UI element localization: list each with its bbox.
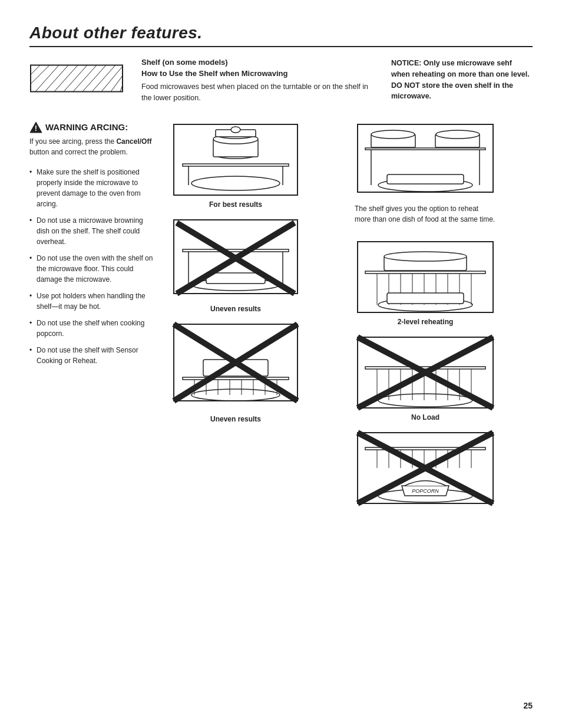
svg-point-56 — [436, 130, 480, 139]
no-load-label: No Load — [411, 413, 439, 421]
svg-text:POPCORN: POPCORN — [412, 488, 439, 494]
svg-rect-18 — [183, 164, 289, 166]
warning-triangle-icon: ! — [29, 121, 42, 133]
two-dishes-svg — [355, 121, 496, 195]
warning-body: If you see arcing, press the Cancel/Off … — [29, 136, 153, 157]
bullet-2: Do not use a microwave browning dish on … — [29, 215, 153, 247]
best-results-svg — [171, 121, 300, 198]
how-to-text: Food microwaves best when placed on the … — [141, 81, 373, 104]
two-dishes-diagram — [355, 121, 496, 195]
uneven-results-2-diagram: Uneven results — [171, 321, 300, 423]
svg-rect-36 — [183, 377, 289, 380]
svg-line-2 — [31, 65, 40, 75]
svg-rect-75 — [365, 367, 485, 369]
uneven-1-svg — [171, 217, 300, 302]
bullet-6: Do not use the shelf with Sensor Cooking… — [29, 345, 153, 366]
two-level-svg — [355, 239, 496, 315]
svg-line-10 — [92, 65, 115, 92]
svg-line-9 — [82, 65, 106, 92]
svg-rect-60 — [365, 271, 485, 274]
top-right-notice: NOTICE: Only use microwave sehf when reh… — [391, 58, 533, 102]
uneven-2-svg — [171, 321, 300, 413]
svg-rect-50 — [365, 148, 485, 150]
shelf-title: Shelf (on some models) — [141, 58, 373, 67]
svg-point-17 — [191, 176, 280, 190]
bullet-list: Make sure the shelf is positioned proper… — [29, 167, 153, 366]
middle-column: For best results — [159, 121, 312, 423]
bullet-5: Do not use the shelf when cooking popcor… — [29, 318, 153, 339]
svg-line-5 — [45, 65, 68, 92]
page: About other features. — [0, 0, 562, 728]
svg-point-54 — [371, 130, 415, 139]
svg-point-71 — [384, 252, 467, 261]
svg-rect-32 — [206, 273, 265, 284]
page-number: 25 — [523, 701, 533, 710]
main-content: ! WARNING ARCING: If you see arcing, pre… — [29, 121, 533, 506]
shelf-description-text: The shelf gives you the option to reheat… — [355, 203, 496, 225]
warning-box: ! WARNING ARCING: If you see arcing, pre… — [29, 121, 153, 157]
svg-line-6 — [54, 65, 78, 92]
uneven-results-1-label: Uneven results — [210, 305, 261, 313]
right-column: The shelf gives you the option to reheat… — [318, 121, 533, 506]
title-rule — [29, 46, 533, 47]
svg-line-11 — [101, 67, 123, 92]
left-column: ! WARNING ARCING: If you see arcing, pre… — [29, 121, 153, 372]
page-title: About other features. — [29, 24, 533, 42]
how-to-label: How to Use the Shelf when Microwaving — [141, 69, 373, 78]
uneven-results-1-diagram: Uneven results — [171, 217, 300, 313]
bullet-4: Use pot holders when handling the shelf—… — [29, 291, 153, 312]
notice-strong: NOTICE: Only use microwave sehf when reh… — [391, 59, 530, 100]
two-level-label: 2-level reheating — [398, 318, 454, 326]
uneven-results-2-label: Uneven results — [210, 415, 261, 423]
svg-rect-73 — [387, 293, 464, 304]
two-level-diagram: 2-level reheating — [355, 239, 496, 326]
shelf-svg — [29, 58, 124, 99]
svg-rect-58 — [387, 174, 464, 184]
top-section: Shelf (on some models) How to Use the Sh… — [29, 58, 533, 104]
top-middle: Shelf (on some models) How to Use the Sh… — [141, 58, 373, 104]
no-load-svg — [355, 334, 496, 411]
bullet-1: Make sure the shelf is positioned proper… — [29, 167, 153, 209]
svg-line-4 — [35, 65, 59, 92]
shelf-diagram — [29, 58, 124, 101]
svg-point-85 — [378, 394, 472, 407]
notice-text: NOTICE: Only use microwave sehf when reh… — [391, 59, 530, 100]
svg-point-45 — [191, 389, 280, 401]
svg-line-3 — [31, 65, 49, 84]
svg-line-7 — [64, 65, 87, 92]
warning-title: ! WARNING ARCING: — [29, 121, 153, 133]
for-best-results-label: For best results — [209, 200, 262, 209]
for-best-results-diagram: For best results — [171, 121, 300, 209]
warning-label: WARNING ARCING: — [45, 122, 128, 132]
bullet-3: Do not use the oven with the shelf on th… — [29, 253, 153, 285]
svg-rect-28 — [183, 249, 289, 252]
popcorn-svg: POPCORN — [355, 430, 496, 506]
popcorn-diagram: POPCORN — [355, 430, 496, 506]
svg-point-26 — [231, 127, 240, 133]
no-load-diagram: No Load — [355, 334, 496, 421]
svg-line-8 — [73, 65, 97, 92]
cancel-off-label: Cancel/Off — [116, 137, 151, 146]
svg-text:!: ! — [35, 124, 37, 133]
